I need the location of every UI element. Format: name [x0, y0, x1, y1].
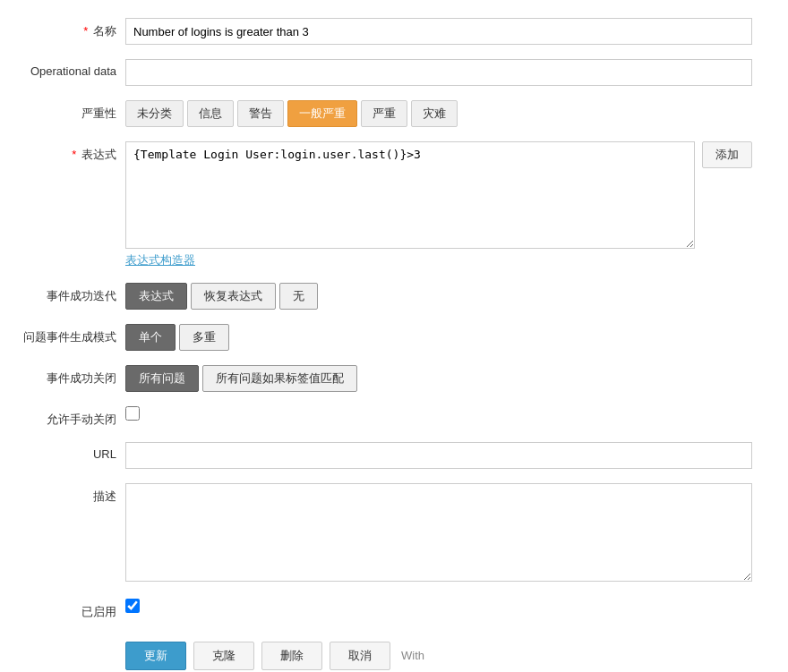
event-close-tag-match[interactable]: 所有问题如果标签值匹配 [202, 365, 357, 392]
manual-close-field [125, 406, 752, 421]
desc-label: 描述 [18, 483, 125, 505]
add-expression-button[interactable]: 添加 [702, 141, 752, 168]
manual-close-checkbox[interactable] [125, 406, 140, 421]
event-success-row: 事件成功迭代 表达式 恢复表达式 无 [18, 283, 752, 310]
desc-textarea[interactable] [125, 483, 752, 582]
enabled-row: 已启用 [18, 599, 752, 620]
required-star: * [83, 24, 88, 38]
expression-field-container: {Template Login User:login.user.last()}>… [125, 141, 752, 268]
enabled-field [125, 599, 752, 613]
name-field-container [125, 18, 752, 45]
problem-generation-multiple[interactable]: 多重 [179, 324, 229, 351]
url-field-container [125, 442, 752, 469]
problem-generation-single[interactable]: 单个 [125, 324, 176, 351]
action-buttons-group: 更新 克隆 删除 取消 [18, 642, 390, 670]
manual-close-row: 允许手动关闭 [18, 406, 752, 428]
event-success-buttons: 表达式 恢复表达式 无 [125, 283, 752, 310]
manual-close-label: 允许手动关闭 [18, 406, 125, 428]
expression-label: * 表达式 [18, 141, 125, 163]
severity-average[interactable]: 一般严重 [287, 100, 357, 127]
url-input[interactable] [125, 442, 752, 469]
with-text: With [401, 643, 424, 662]
bottom-bar: 更新 克隆 删除 取消 With [18, 634, 752, 670]
expression-textarea[interactable]: {Template Login User:login.user.last()}>… [125, 141, 695, 249]
severity-row: 严重性 未分类 信息 警告 一般严重 严重 灾难 [18, 100, 752, 127]
event-success-expression[interactable]: 表达式 [125, 283, 187, 310]
desc-row: 描述 [18, 483, 752, 584]
severity-warning[interactable]: 警告 [237, 100, 284, 127]
expression-row: * 表达式 {Template Login User:login.user.la… [18, 141, 752, 268]
problem-generation-row: 问题事件生成模式 单个 多重 [18, 324, 752, 351]
clone-button[interactable]: 克隆 [193, 642, 254, 670]
delete-button[interactable]: 删除 [261, 642, 322, 670]
problem-generation-buttons: 单个 多重 [125, 324, 752, 351]
event-success-none[interactable]: 无 [279, 283, 318, 310]
severity-info[interactable]: 信息 [187, 100, 234, 127]
event-close-buttons: 所有问题 所有问题如果标签值匹配 [125, 365, 752, 392]
expression-required-star: * [72, 148, 76, 161]
operational-data-field-container [125, 59, 752, 86]
name-row: * 名称 [18, 18, 752, 45]
enabled-label: 已启用 [18, 599, 125, 620]
expression-input-row: {Template Login User:login.user.last()}>… [125, 141, 752, 249]
severity-label: 严重性 [18, 100, 125, 122]
expression-builder-link[interactable]: 表达式构造器 [125, 252, 195, 268]
event-success-label: 事件成功迭代 [18, 283, 125, 304]
event-close-label: 事件成功关闭 [18, 365, 125, 387]
operational-data-label: Operational data [18, 59, 125, 78]
problem-generation-label: 问题事件生成模式 [18, 324, 125, 345]
operational-data-row: Operational data [18, 59, 752, 86]
operational-data-input[interactable] [125, 59, 752, 86]
event-close-all[interactable]: 所有问题 [125, 365, 199, 392]
severity-unclassified[interactable]: 未分类 [125, 100, 184, 127]
form-container: * 名称 Operational data 严重性 未分类 信息 警告 一般严重… [0, 0, 788, 672]
update-button[interactable]: 更新 [125, 642, 186, 670]
event-success-recovery[interactable]: 恢复表达式 [191, 283, 276, 310]
event-close-row: 事件成功关闭 所有问题 所有问题如果标签值匹配 [18, 365, 752, 392]
severity-disaster[interactable]: 灾难 [411, 100, 458, 127]
desc-field-container [125, 483, 752, 584]
severity-high[interactable]: 严重 [361, 100, 407, 127]
enabled-checkbox[interactable] [125, 599, 140, 613]
name-input[interactable] [125, 18, 752, 45]
url-label: URL [18, 442, 125, 461]
url-row: URL [18, 442, 752, 469]
severity-buttons-group: 未分类 信息 警告 一般严重 严重 灾难 [125, 100, 752, 127]
name-label: * 名称 [18, 18, 125, 39]
cancel-button[interactable]: 取消 [330, 642, 390, 670]
